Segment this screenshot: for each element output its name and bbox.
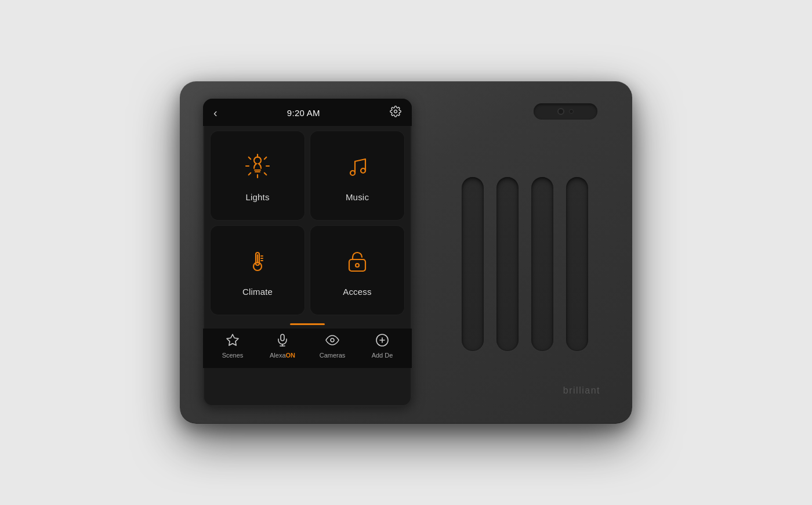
back-button[interactable]: ‹ [213,106,217,120]
alexa-status: ON [286,352,296,359]
svg-point-19 [356,264,359,267]
bottom-nav: Scenes AlexaON [203,329,412,368]
thermometer-icon [244,247,271,279]
right-panel: brilliant [412,81,632,424]
svg-point-12 [361,168,365,173]
svg-point-24 [331,338,334,342]
slider-1[interactable] [462,177,484,351]
clock-display: 9:20 AM [287,108,320,118]
camera-nav-icon [325,333,339,349]
camera-lens-main [557,108,564,115]
tile-music[interactable]: Music [310,131,405,221]
svg-rect-21 [281,334,284,341]
sliders-container [462,177,588,351]
lock-icon [343,247,371,279]
mic-icon [276,333,289,349]
alexa-label: AlexaON [270,352,295,359]
camera-lens-secondary [569,109,574,114]
music-icon [343,152,371,184]
svg-line-8 [249,172,251,175]
lights-label: Lights [245,192,269,202]
slider-2[interactable] [496,177,519,351]
nav-add-device[interactable]: Add De [357,333,407,359]
screen-container: ‹ 9:20 AM [203,99,412,406]
svg-rect-18 [349,259,365,271]
brand-logo: brilliant [563,385,600,396]
plus-circle-icon [375,333,389,349]
scenes-label: Scenes [222,352,244,359]
bulb-icon [244,152,271,184]
add-device-label: Add De [372,352,393,359]
tile-lights[interactable]: Lights [210,131,305,221]
music-label: Music [346,192,369,202]
settings-button[interactable] [390,106,401,120]
device-panel: ‹ 9:20 AM [180,81,632,424]
indicator-bar [290,323,325,325]
status-bar: ‹ 9:20 AM [203,99,412,126]
svg-line-5 [249,157,251,159]
nav-scenes[interactable]: Scenes [208,333,258,359]
cameras-label: Cameras [320,352,346,359]
tile-climate[interactable]: Climate [210,225,305,315]
svg-marker-20 [227,334,238,345]
svg-line-7 [264,157,267,159]
star-icon [226,333,240,349]
slider-3[interactable] [531,177,553,351]
slider-4[interactable] [566,177,588,351]
tile-access[interactable]: Access [310,225,405,315]
svg-line-6 [264,172,267,175]
svg-point-11 [350,171,355,175]
svg-point-13 [253,262,262,270]
nav-alexa[interactable]: AlexaON [258,333,307,359]
camera-pill [534,103,597,120]
access-label: Access [343,287,372,297]
tiles-grid: Lights Music [203,126,412,322]
nav-cameras[interactable]: Cameras [307,333,357,359]
climate-label: Climate [242,287,273,297]
svg-point-0 [394,110,397,113]
